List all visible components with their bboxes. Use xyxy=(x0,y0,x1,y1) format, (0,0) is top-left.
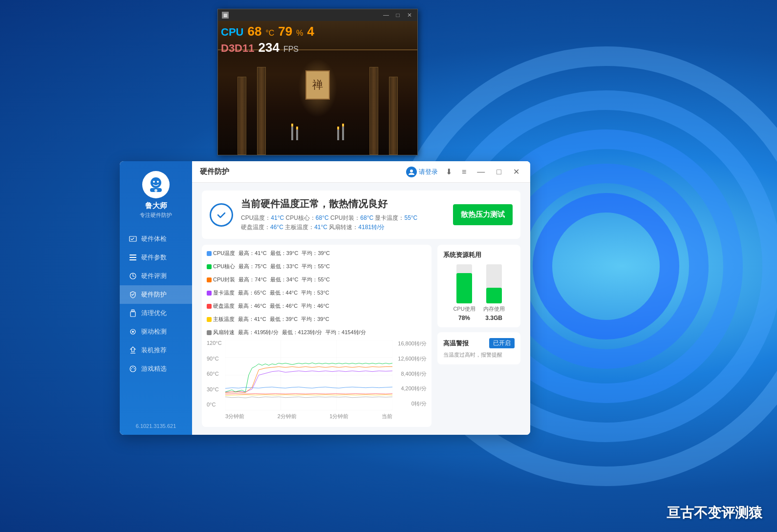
y-label-0: 0°C xyxy=(207,402,225,407)
svg-point-4 xyxy=(154,189,157,192)
sidebar-item-game-select[interactable]: 游戏精选 xyxy=(120,360,192,378)
alert-description: 当温度过高时，报警提醒 xyxy=(443,351,515,359)
driver-detect-icon xyxy=(129,327,137,336)
status-detail-2: 硬盘温度：46°C 主板温度：41°C 风扇转速：4181转/分 xyxy=(241,223,445,232)
sidebar-label-driver-detect: 驱动检测 xyxy=(141,327,167,336)
chart-container: 120°C 90°C 60°C 30°C 0°C 16,800转/分 12,60… xyxy=(207,340,427,422)
stress-test-button[interactable]: 散热压力测试 xyxy=(453,204,513,225)
temple-col-1 xyxy=(237,77,246,155)
watermark-text: 亘古不变评测猿 xyxy=(667,504,762,522)
legend-dot-cpu-temp xyxy=(207,251,212,256)
login-text: 请登录 xyxy=(419,168,438,176)
legend-avg-fan-speed: 平均：4154转/分 xyxy=(325,329,366,336)
legend-dot-fan-speed xyxy=(207,330,212,335)
chart-svg xyxy=(225,340,392,410)
sidebar-label-game-select: 游戏精选 xyxy=(141,364,167,373)
sidebar-item-hardware-params[interactable]: 硬件参数 xyxy=(120,248,192,267)
cpu-percent-value: 79 xyxy=(278,24,292,39)
cpu-temp-unit: °C xyxy=(265,29,274,38)
window-maximize[interactable]: □ xyxy=(494,167,504,177)
window-close[interactable]: ✕ xyxy=(510,166,522,177)
mem-bar-fill xyxy=(486,288,502,303)
sidebar-logo: 鲁大师 专注硬件防护 xyxy=(140,171,172,219)
legend-dot-gpu-temp xyxy=(207,291,212,296)
main-body: 当前硬件温度正常，散热情况良好 CPU温度：41°C CPU核心：68°C CP… xyxy=(192,183,530,435)
svg-point-18 xyxy=(132,367,133,368)
x-label-1min: 1分钟前 xyxy=(329,413,348,420)
sidebar-item-clean-optimize[interactable]: 清理优化 xyxy=(120,304,192,322)
x-label-3min: 3分钟前 xyxy=(225,413,244,420)
legend-min-fan-speed: 最低：4123转/分 xyxy=(282,329,323,336)
chart-panel: CPU温度 最高：41°C 最低：39°C 平均：39°C CPU核心 最高：7… xyxy=(202,245,432,427)
status-banner: 当前硬件温度正常，散热情况良好 CPU温度：41°C CPU核心：68°C CP… xyxy=(202,191,520,239)
y2-label-0rpm: 0转/分 xyxy=(392,400,427,407)
legend-vals-gpu-temp: 最高：65°C xyxy=(238,289,266,297)
cpu-bar-container xyxy=(456,264,472,303)
logo-name: 鲁大师 xyxy=(145,201,167,211)
main-content: 硬件防护 请登录 ⬇ ≡ — □ ✕ xyxy=(192,161,530,435)
temple-col-2 xyxy=(257,67,266,155)
legend-min-cpu-package: 最低：34°C xyxy=(270,276,299,283)
game-maximize-btn[interactable]: □ xyxy=(394,12,402,19)
login-btn[interactable]: 请登录 xyxy=(406,167,438,177)
cpu-extra: 4 xyxy=(307,24,314,39)
logo-face xyxy=(142,171,170,198)
legend-vals-hdd-temp: 最高：46°C xyxy=(238,302,266,310)
logo-slogan: 专注硬件防护 xyxy=(140,212,172,219)
candle-group-left xyxy=(291,126,298,140)
legend-label-cpu-package: CPU封装 xyxy=(213,276,235,283)
svg-point-1 xyxy=(153,181,155,183)
temple-sign: 禅 xyxy=(305,70,330,100)
cpu-bar-value: 78% xyxy=(458,315,470,321)
legend-dot-cpu-core xyxy=(207,264,212,269)
legend-dot-cpu-package xyxy=(207,277,212,282)
right-panel: 系统资源耗用 CPU使用 78% xyxy=(437,245,520,427)
download-btn[interactable]: ⬇ xyxy=(444,166,454,177)
chart-x-labels: 3分钟前 2分钟前 1分钟前 当前 xyxy=(225,410,392,422)
svg-rect-8 xyxy=(130,259,136,260)
sidebar-item-install-recommend[interactable]: 装机推荐 xyxy=(120,341,192,360)
legend-area: CPU温度 最高：41°C 最低：39°C 平均：39°C CPU核心 最高：7… xyxy=(207,250,427,336)
menu-btn[interactable]: ≡ xyxy=(460,167,468,177)
clean-optimize-icon xyxy=(129,309,137,318)
game-titlebar: ▦ — □ ✕ xyxy=(218,9,417,21)
sidebar-item-hardware-protect[interactable]: 硬件防护 xyxy=(120,285,192,304)
sidebar-item-hardware-eval[interactable]: 硬件评测 xyxy=(120,267,192,285)
legend-cpu-package: CPU封装 最高：74°C 最低：34°C 平均：55°C xyxy=(207,276,330,283)
cpu-percent-unit: % xyxy=(296,29,303,38)
legend-vals-mobo-temp: 最高：41°C xyxy=(238,316,266,323)
cpu-temp-value: 68 xyxy=(247,24,261,39)
app-window: 鲁大师 专注硬件防护 硬件体检 硬件参数 硬件评测 xyxy=(120,161,530,435)
legend-min-cpu-core: 最低：33°C xyxy=(270,263,299,270)
status-title: 当前硬件温度正常，散热情况良好 xyxy=(241,197,445,211)
svg-rect-6 xyxy=(130,255,136,255)
legend-mobo-temp: 主板温度 最高：41°C 最低：39°C 平均：39°C xyxy=(207,316,329,323)
chart-y-labels-left: 120°C 90°C 60°C 30°C 0°C xyxy=(207,340,225,407)
mem-bar-value: 3.3GB xyxy=(485,315,502,321)
sidebar-item-driver-detect[interactable]: 驱动检测 xyxy=(120,322,192,341)
game-titlebar-controls[interactable]: — □ ✕ xyxy=(382,12,413,19)
sidebar-item-hardware-check[interactable]: 硬件体检 xyxy=(120,230,192,248)
sidebar-label-clean-optimize: 清理优化 xyxy=(141,309,167,318)
legend-min-mobo-temp: 最低：39°C xyxy=(270,316,298,323)
game-stats-overlay: CPU 68 °C 79 % 4 D3D11 234 FPS xyxy=(221,24,314,56)
mobo-temp-line xyxy=(225,395,392,395)
alert-toggle-btn[interactable]: 已开启 xyxy=(489,338,515,348)
window-minimize[interactable]: — xyxy=(474,167,488,177)
fps-value: 234 xyxy=(258,40,279,55)
x-label-current: 当前 xyxy=(382,413,392,420)
game-minimize-btn[interactable]: — xyxy=(382,12,390,19)
legend-vals-cpu-package: 最高：74°C xyxy=(238,276,267,283)
game-close-btn[interactable]: ✕ xyxy=(406,12,413,19)
hardware-eval-icon xyxy=(129,272,137,280)
cpu-stat-row: CPU 68 °C 79 % 4 xyxy=(221,24,314,39)
y2-label-8400: 8,400转/分 xyxy=(392,370,427,378)
cpu-package-line xyxy=(225,367,392,393)
sidebar-label-hardware-protect: 硬件防护 xyxy=(141,290,167,299)
legend-vals-cpu-temp: 最高：41°C xyxy=(238,250,267,257)
y-label-30: 30°C xyxy=(207,386,225,392)
bottom-area: CPU温度 最高：41°C 最低：39°C 平均：39°C CPU核心 最高：7… xyxy=(202,245,520,427)
legend-hdd-temp: 硬盘温度 最高：46°C 最低：46°C 平均：46°C xyxy=(207,302,329,310)
y-label-60: 60°C xyxy=(207,371,225,377)
y-label-90: 90°C xyxy=(207,356,225,362)
